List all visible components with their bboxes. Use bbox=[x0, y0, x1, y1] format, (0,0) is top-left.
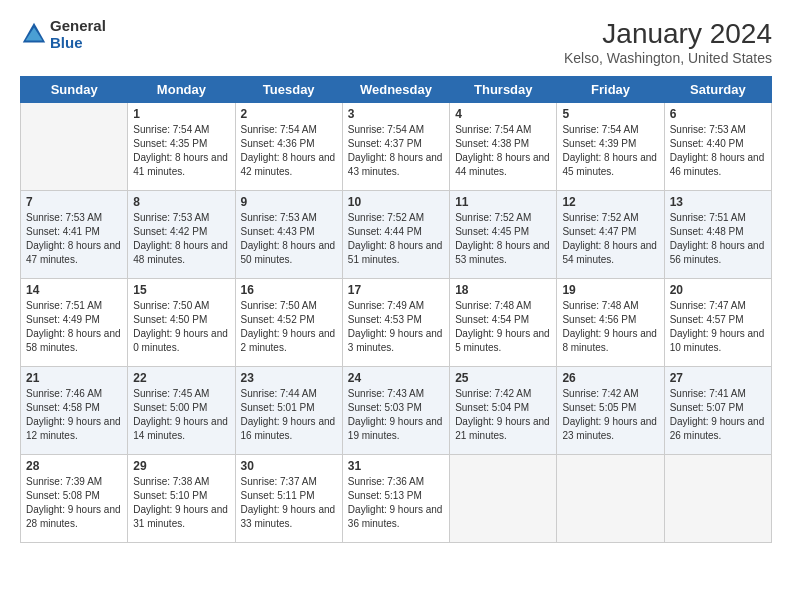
day-number: 21 bbox=[26, 371, 122, 385]
day-number: 17 bbox=[348, 283, 444, 297]
day-info: Sunrise: 7:49 AMSunset: 4:53 PMDaylight:… bbox=[348, 299, 444, 355]
logo: General Blue bbox=[20, 18, 106, 51]
calendar-cell: 5Sunrise: 7:54 AMSunset: 4:39 PMDaylight… bbox=[557, 103, 664, 191]
calendar-cell bbox=[450, 455, 557, 543]
day-number: 11 bbox=[455, 195, 551, 209]
week-row-3: 14Sunrise: 7:51 AMSunset: 4:49 PMDayligh… bbox=[21, 279, 772, 367]
calendar-cell: 20Sunrise: 7:47 AMSunset: 4:57 PMDayligh… bbox=[664, 279, 771, 367]
calendar-cell: 27Sunrise: 7:41 AMSunset: 5:07 PMDayligh… bbox=[664, 367, 771, 455]
calendar-cell: 29Sunrise: 7:38 AMSunset: 5:10 PMDayligh… bbox=[128, 455, 235, 543]
day-info: Sunrise: 7:54 AMSunset: 4:35 PMDaylight:… bbox=[133, 123, 229, 179]
day-info: Sunrise: 7:41 AMSunset: 5:07 PMDaylight:… bbox=[670, 387, 766, 443]
logo-blue: Blue bbox=[50, 35, 106, 52]
day-number: 23 bbox=[241, 371, 337, 385]
logo-icon bbox=[20, 20, 48, 48]
calendar-cell: 6Sunrise: 7:53 AMSunset: 4:40 PMDaylight… bbox=[664, 103, 771, 191]
calendar-cell: 10Sunrise: 7:52 AMSunset: 4:44 PMDayligh… bbox=[342, 191, 449, 279]
day-number: 19 bbox=[562, 283, 658, 297]
day-number: 29 bbox=[133, 459, 229, 473]
day-info: Sunrise: 7:43 AMSunset: 5:03 PMDaylight:… bbox=[348, 387, 444, 443]
calendar-cell: 31Sunrise: 7:36 AMSunset: 5:13 PMDayligh… bbox=[342, 455, 449, 543]
calendar-cell: 2Sunrise: 7:54 AMSunset: 4:36 PMDaylight… bbox=[235, 103, 342, 191]
week-row-5: 28Sunrise: 7:39 AMSunset: 5:08 PMDayligh… bbox=[21, 455, 772, 543]
calendar-cell: 21Sunrise: 7:46 AMSunset: 4:58 PMDayligh… bbox=[21, 367, 128, 455]
calendar-cell: 14Sunrise: 7:51 AMSunset: 4:49 PMDayligh… bbox=[21, 279, 128, 367]
calendar-cell: 23Sunrise: 7:44 AMSunset: 5:01 PMDayligh… bbox=[235, 367, 342, 455]
day-number: 18 bbox=[455, 283, 551, 297]
logo-general: General bbox=[50, 18, 106, 35]
day-number: 27 bbox=[670, 371, 766, 385]
day-info: Sunrise: 7:50 AMSunset: 4:52 PMDaylight:… bbox=[241, 299, 337, 355]
header-tuesday: Tuesday bbox=[235, 77, 342, 103]
calendar-cell: 1Sunrise: 7:54 AMSunset: 4:35 PMDaylight… bbox=[128, 103, 235, 191]
day-info: Sunrise: 7:53 AMSunset: 4:40 PMDaylight:… bbox=[670, 123, 766, 179]
logo-text: General Blue bbox=[50, 18, 106, 51]
calendar-cell: 22Sunrise: 7:45 AMSunset: 5:00 PMDayligh… bbox=[128, 367, 235, 455]
calendar-cell: 25Sunrise: 7:42 AMSunset: 5:04 PMDayligh… bbox=[450, 367, 557, 455]
day-info: Sunrise: 7:51 AMSunset: 4:49 PMDaylight:… bbox=[26, 299, 122, 355]
day-info: Sunrise: 7:44 AMSunset: 5:01 PMDaylight:… bbox=[241, 387, 337, 443]
week-row-4: 21Sunrise: 7:46 AMSunset: 4:58 PMDayligh… bbox=[21, 367, 772, 455]
day-number: 22 bbox=[133, 371, 229, 385]
day-info: Sunrise: 7:50 AMSunset: 4:50 PMDaylight:… bbox=[133, 299, 229, 355]
title-block: January 2024 Kelso, Washington, United S… bbox=[564, 18, 772, 66]
calendar-cell: 16Sunrise: 7:50 AMSunset: 4:52 PMDayligh… bbox=[235, 279, 342, 367]
calendar-cell: 18Sunrise: 7:48 AMSunset: 4:54 PMDayligh… bbox=[450, 279, 557, 367]
day-number: 30 bbox=[241, 459, 337, 473]
day-number: 1 bbox=[133, 107, 229, 121]
day-number: 26 bbox=[562, 371, 658, 385]
calendar-cell: 13Sunrise: 7:51 AMSunset: 4:48 PMDayligh… bbox=[664, 191, 771, 279]
calendar-cell: 8Sunrise: 7:53 AMSunset: 4:42 PMDaylight… bbox=[128, 191, 235, 279]
day-info: Sunrise: 7:45 AMSunset: 5:00 PMDaylight:… bbox=[133, 387, 229, 443]
calendar-cell: 4Sunrise: 7:54 AMSunset: 4:38 PMDaylight… bbox=[450, 103, 557, 191]
calendar-cell bbox=[664, 455, 771, 543]
main-title: January 2024 bbox=[564, 18, 772, 50]
calendar-cell bbox=[21, 103, 128, 191]
day-number: 3 bbox=[348, 107, 444, 121]
header-monday: Monday bbox=[128, 77, 235, 103]
day-number: 6 bbox=[670, 107, 766, 121]
day-info: Sunrise: 7:53 AMSunset: 4:41 PMDaylight:… bbox=[26, 211, 122, 267]
week-row-2: 7Sunrise: 7:53 AMSunset: 4:41 PMDaylight… bbox=[21, 191, 772, 279]
day-number: 15 bbox=[133, 283, 229, 297]
header-sunday: Sunday bbox=[21, 77, 128, 103]
day-info: Sunrise: 7:52 AMSunset: 4:47 PMDaylight:… bbox=[562, 211, 658, 267]
header: General Blue January 2024 Kelso, Washing… bbox=[20, 18, 772, 66]
day-number: 25 bbox=[455, 371, 551, 385]
day-info: Sunrise: 7:54 AMSunset: 4:39 PMDaylight:… bbox=[562, 123, 658, 179]
day-number: 12 bbox=[562, 195, 658, 209]
subtitle: Kelso, Washington, United States bbox=[564, 50, 772, 66]
day-info: Sunrise: 7:48 AMSunset: 4:54 PMDaylight:… bbox=[455, 299, 551, 355]
calendar-cell: 24Sunrise: 7:43 AMSunset: 5:03 PMDayligh… bbox=[342, 367, 449, 455]
day-number: 13 bbox=[670, 195, 766, 209]
calendar-cell bbox=[557, 455, 664, 543]
day-info: Sunrise: 7:47 AMSunset: 4:57 PMDaylight:… bbox=[670, 299, 766, 355]
day-number: 9 bbox=[241, 195, 337, 209]
calendar-cell: 12Sunrise: 7:52 AMSunset: 4:47 PMDayligh… bbox=[557, 191, 664, 279]
header-wednesday: Wednesday bbox=[342, 77, 449, 103]
calendar-cell: 11Sunrise: 7:52 AMSunset: 4:45 PMDayligh… bbox=[450, 191, 557, 279]
day-info: Sunrise: 7:46 AMSunset: 4:58 PMDaylight:… bbox=[26, 387, 122, 443]
day-info: Sunrise: 7:54 AMSunset: 4:38 PMDaylight:… bbox=[455, 123, 551, 179]
day-info: Sunrise: 7:52 AMSunset: 4:45 PMDaylight:… bbox=[455, 211, 551, 267]
calendar-cell: 28Sunrise: 7:39 AMSunset: 5:08 PMDayligh… bbox=[21, 455, 128, 543]
day-info: Sunrise: 7:39 AMSunset: 5:08 PMDaylight:… bbox=[26, 475, 122, 531]
day-number: 2 bbox=[241, 107, 337, 121]
day-info: Sunrise: 7:51 AMSunset: 4:48 PMDaylight:… bbox=[670, 211, 766, 267]
calendar-cell: 9Sunrise: 7:53 AMSunset: 4:43 PMDaylight… bbox=[235, 191, 342, 279]
day-number: 10 bbox=[348, 195, 444, 209]
header-friday: Friday bbox=[557, 77, 664, 103]
calendar-cell: 30Sunrise: 7:37 AMSunset: 5:11 PMDayligh… bbox=[235, 455, 342, 543]
calendar-cell: 26Sunrise: 7:42 AMSunset: 5:05 PMDayligh… bbox=[557, 367, 664, 455]
day-info: Sunrise: 7:48 AMSunset: 4:56 PMDaylight:… bbox=[562, 299, 658, 355]
day-number: 7 bbox=[26, 195, 122, 209]
day-number: 28 bbox=[26, 459, 122, 473]
day-info: Sunrise: 7:52 AMSunset: 4:44 PMDaylight:… bbox=[348, 211, 444, 267]
day-number: 31 bbox=[348, 459, 444, 473]
day-number: 5 bbox=[562, 107, 658, 121]
calendar-cell: 3Sunrise: 7:54 AMSunset: 4:37 PMDaylight… bbox=[342, 103, 449, 191]
day-number: 20 bbox=[670, 283, 766, 297]
calendar-cell: 7Sunrise: 7:53 AMSunset: 4:41 PMDaylight… bbox=[21, 191, 128, 279]
day-info: Sunrise: 7:37 AMSunset: 5:11 PMDaylight:… bbox=[241, 475, 337, 531]
week-row-1: 1Sunrise: 7:54 AMSunset: 4:35 PMDaylight… bbox=[21, 103, 772, 191]
